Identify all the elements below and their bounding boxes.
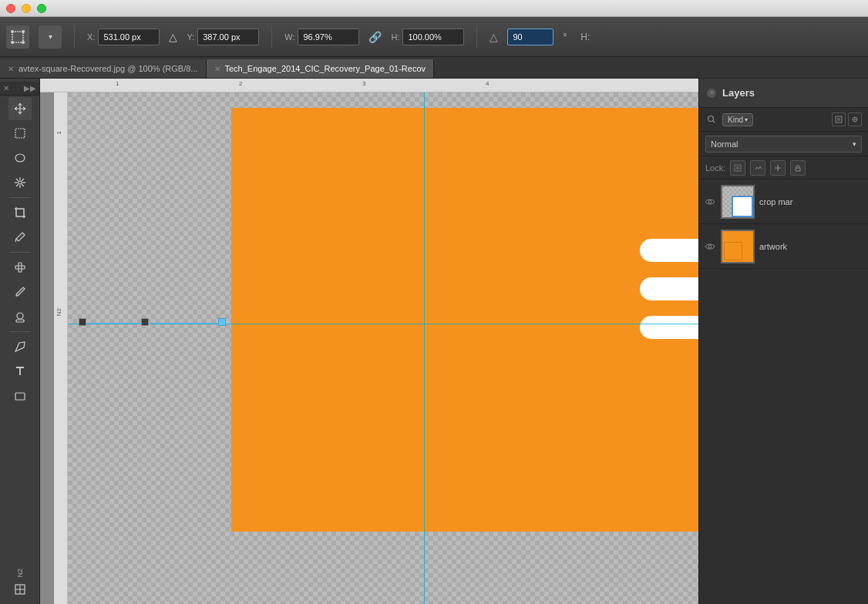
svg-line-14 <box>16 184 19 186</box>
vertical-guide <box>424 92 425 604</box>
transform-handle-right[interactable] <box>218 318 226 326</box>
tools-header: ✕ ▶▶ <box>0 82 39 96</box>
tools-expand[interactable]: ▶▶ <box>24 84 36 92</box>
svg-rect-0 <box>12 32 23 42</box>
pen-tool[interactable] <box>8 335 32 358</box>
svg-point-34 <box>708 245 712 248</box>
close-button[interactable] <box>6 4 15 13</box>
crop-tool[interactable] <box>8 201 32 224</box>
pixel-filter-icon[interactable] <box>832 112 846 126</box>
misc-tool[interactable] <box>8 578 32 601</box>
kind-arrow: ▾ <box>745 116 748 123</box>
x-input-group: X: <box>87 29 160 45</box>
layer-item-crop-marks[interactable]: crop mar <box>699 180 868 224</box>
tab-2[interactable]: ✕ Tech_Engage_2014_CIC_Recovery_Page_01-… <box>207 59 435 78</box>
tools-divider-2 <box>9 252 31 253</box>
ruler-mark-2: 2 <box>239 80 242 87</box>
y-input[interactable] <box>197 29 259 45</box>
w-input-group: W: <box>284 29 359 45</box>
layer-eye-crop-marks[interactable] <box>704 196 716 208</box>
h-label: H: <box>391 32 399 42</box>
svg-rect-31 <box>736 166 739 169</box>
magic-wand-tool[interactable] <box>8 171 32 194</box>
left-ruler-mark-1: 1 <box>56 131 62 134</box>
layers-search-icon <box>705 113 718 126</box>
svg-rect-32 <box>796 168 800 171</box>
layers-list: crop mar artwork <box>699 180 868 604</box>
degree-symbol: ° <box>563 32 567 42</box>
svg-rect-17 <box>15 266 25 269</box>
layers-lock-row: Lock: <box>699 156 868 180</box>
lock-all-btn[interactable] <box>790 160 806 176</box>
ruler-mark-4: 4 <box>486 80 489 87</box>
x-label: X: <box>87 32 95 42</box>
svg-point-15 <box>19 181 22 184</box>
tools-collapse[interactable]: ✕ <box>3 84 9 92</box>
tools-panel: ✕ ▶▶ <box>0 79 40 604</box>
stamp-tool[interactable] <box>8 305 32 328</box>
svg-point-4 <box>22 41 25 44</box>
svg-point-1 <box>11 30 14 33</box>
svg-line-12 <box>22 184 24 186</box>
toolbar: ▾ X: △ Y: W: 🔗 H: △ ° H: <box>0 17 868 57</box>
marquee-tool[interactable] <box>8 122 32 145</box>
tab-1-close[interactable]: ✕ <box>8 65 14 73</box>
brush-tool[interactable] <box>8 280 32 304</box>
x-input[interactable] <box>98 29 160 45</box>
angle-input[interactable] <box>507 29 553 45</box>
tab-1[interactable]: ✕ avtex-square-Recovered.jpg @ 100% (RGB… <box>0 59 207 78</box>
layer-thumb-crop-marks <box>721 185 755 219</box>
kind-label: Kind <box>728 116 743 124</box>
tab-bar: ✕ avtex-square-Recovered.jpg @ 100% (RGB… <box>0 57 868 79</box>
svg-rect-18 <box>19 263 22 272</box>
transform-tool-icon[interactable] <box>6 25 29 49</box>
title-bar <box>0 0 868 17</box>
toolbar-dropdown[interactable]: ▾ <box>39 25 62 49</box>
heal-tool[interactable] <box>8 256 32 279</box>
tools-divider-1 <box>9 197 31 198</box>
document-area <box>231 108 748 532</box>
shape-tool[interactable] <box>8 384 32 408</box>
lock-image-btn[interactable] <box>750 160 765 176</box>
eyedropper-tool[interactable] <box>8 226 32 249</box>
maximize-button[interactable] <box>37 4 46 13</box>
svg-point-33 <box>708 200 712 203</box>
blend-mode-dropdown[interactable]: Normal ▾ <box>705 136 862 153</box>
minimize-button[interactable] <box>22 4 31 13</box>
left-ruler-n2: N2 <box>56 308 62 316</box>
lock-pixels-btn[interactable] <box>730 160 745 176</box>
tools-divider-3 <box>9 331 31 332</box>
ruler-mark-1: 1 <box>116 80 119 87</box>
transform-handle-left[interactable] <box>79 318 86 326</box>
lock-label: Lock: <box>705 163 725 173</box>
tab-2-close[interactable]: ✕ <box>214 65 220 73</box>
kind-dropdown[interactable]: Kind ▾ <box>722 113 753 126</box>
svg-point-3 <box>11 41 14 44</box>
layer-filter-icons <box>832 112 862 126</box>
separator-2 <box>271 25 272 49</box>
main-area: ✕ ▶▶ <box>0 79 868 604</box>
adjustment-filter-icon[interactable] <box>848 112 862 126</box>
layer-thumb-artwork <box>721 230 755 263</box>
lasso-tool[interactable] <box>8 146 32 169</box>
layer-eye-artwork[interactable] <box>704 240 716 253</box>
transform-handle-mid[interactable] <box>141 318 149 326</box>
type-tool[interactable] <box>8 360 32 383</box>
w-label: W: <box>284 32 294 42</box>
layer-item-artwork[interactable]: artwork <box>699 224 868 269</box>
svg-rect-20 <box>16 320 24 322</box>
layers-blend-row: Normal ▾ <box>699 132 868 156</box>
svg-point-19 <box>17 313 23 319</box>
layers-close-button[interactable]: ✕ <box>707 89 716 98</box>
layers-search-row: Kind ▾ <box>699 108 868 132</box>
w-input[interactable] <box>298 29 359 45</box>
chain-link-icon[interactable]: 🔗 <box>368 31 382 43</box>
svg-line-26 <box>713 121 715 123</box>
svg-rect-21 <box>15 393 25 400</box>
angle-icon: △ <box>490 31 498 43</box>
move-tool[interactable] <box>8 97 32 120</box>
svg-point-25 <box>708 116 714 122</box>
h-input[interactable] <box>402 29 464 45</box>
svg-rect-28 <box>837 118 840 121</box>
lock-position-btn[interactable] <box>770 160 786 176</box>
